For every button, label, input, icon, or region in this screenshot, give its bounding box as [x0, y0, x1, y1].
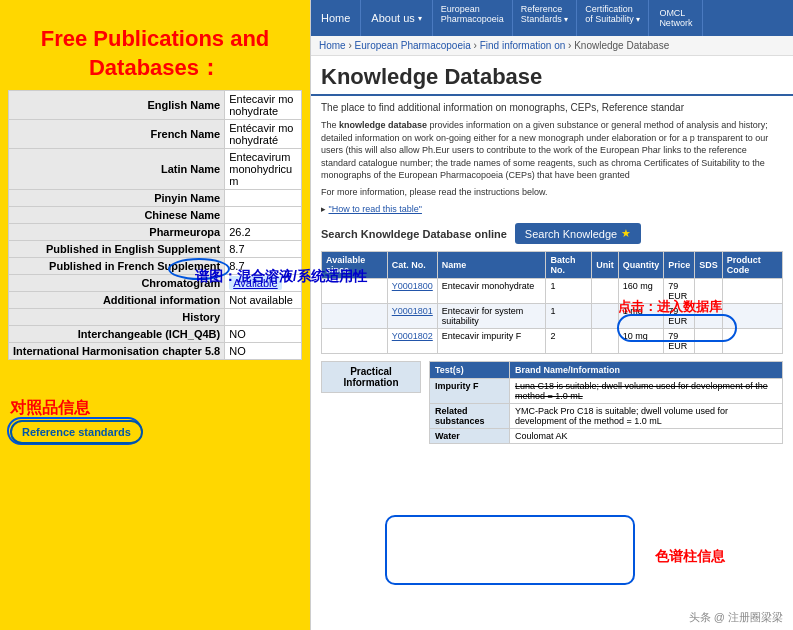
pract-col-brand: Brand Name/Information [510, 362, 783, 379]
table-row-interchangeable: Interchangeable (ICH_Q4B) NO [9, 326, 302, 343]
left-title: Free Publications and Databases： [8, 25, 302, 82]
breadcrumb-euro[interactable]: European Pharmacopoeia [355, 40, 471, 51]
table-row: French Name Entécavir monohydraté [9, 120, 302, 149]
col-unit: Unit [592, 252, 619, 279]
col-batch: Batch No. [546, 252, 592, 279]
desc-intro: The place to find additional information… [321, 101, 783, 115]
cat-link-3[interactable]: Y0001802 [392, 331, 433, 341]
table-row: Y0001802 Entecavir impurity F 2 10 mg 79… [322, 329, 783, 354]
watermark: 头条 @ 注册圈梁梁 [689, 610, 783, 625]
search-section: Search Knowldege Database online Search … [311, 219, 793, 248]
table-row: History [9, 309, 302, 326]
how-to-link[interactable]: ▸ "How to read this table" [321, 203, 783, 216]
desc-detail: The knowledge database provides informat… [321, 119, 783, 182]
col-qty: Quantity [618, 252, 664, 279]
practical-info-section: Practical Information Test(s) Brand Name… [311, 358, 793, 447]
search-db-label: Search Knowldege Database online [321, 228, 507, 240]
nav-reference[interactable]: Reference Standards ▾ [513, 0, 578, 36]
chrom-annotation: 谱图：混合溶液/系统适用性 [195, 268, 367, 286]
pract-row: Related substances YMC-Pack Pro C18 is s… [430, 404, 783, 429]
nav-euro[interactable]: European Pharmacopoeia [433, 0, 513, 36]
table-row: International Harmonisation chapter 5.8 … [9, 343, 302, 360]
info-table: English Name Entecavir monohydrate Frenc… [8, 90, 302, 360]
table-row: Published in English Supplement 8.7 [9, 241, 302, 258]
desc-instructions: For more information, please read the in… [321, 186, 783, 199]
click-enter-db-label: 点击：进入数据库 [618, 298, 722, 316]
pract-col-test: Test(s) [430, 362, 510, 379]
nav-home[interactable]: Home [311, 0, 361, 36]
ref-standards-box[interactable]: Reference standards [10, 420, 143, 444]
left-panel: Free Publications and Databases： English… [0, 0, 310, 630]
practical-table: Test(s) Brand Name/Information Impurity … [429, 361, 783, 444]
col-sds: SDS [695, 252, 723, 279]
table-row: Additional information Not available [9, 292, 302, 309]
nav-omcl[interactable]: OMCLNetwork [649, 0, 703, 36]
nav-about-arrow: ▾ [418, 14, 422, 23]
col-name: Name [437, 252, 546, 279]
cat-link-1[interactable]: Y0001800 [392, 281, 433, 291]
practical-info-label: Practical Information [321, 361, 421, 393]
search-star-icon: ★ [621, 227, 631, 240]
ref-info-label: 对照品信息 [10, 398, 90, 419]
breadcrumb: Home › European Pharmacopoeia › Find inf… [311, 36, 793, 56]
nav-about[interactable]: About us ▾ [361, 0, 432, 36]
pract-row: Water Coulomat AK [430, 429, 783, 444]
breadcrumb-home[interactable]: Home [319, 40, 346, 51]
page-title: Knowledge Database [311, 56, 793, 96]
column-info-label: 色谱柱信息 [655, 548, 725, 566]
cat-link-2[interactable]: Y0001801 [392, 306, 433, 316]
col-prodcode: Product Code [722, 252, 782, 279]
table-row: Pinyin Name [9, 190, 302, 207]
nav-bar: Home About us ▾ European Pharmacopoeia R… [311, 0, 793, 36]
table-row: Latin Name Entecavirum monohydricum [9, 149, 302, 190]
content-area: The place to find additional information… [311, 101, 793, 215]
table-row: English Name Entecavir monohydrate [9, 91, 302, 120]
breadcrumb-current: Knowledge Database [574, 40, 669, 51]
table-row: Pharmeuropa 26.2 [9, 224, 302, 241]
col-price: Price [664, 252, 695, 279]
col-catno: Cat. No. [387, 252, 437, 279]
nav-cert[interactable]: Certification of Suitability ▾ [577, 0, 649, 36]
search-knowledge-button[interactable]: Search Knowledge ★ [515, 223, 641, 244]
table-row: Chinese Name [9, 207, 302, 224]
pract-row: Impurity F Luna C18 is suitable; dwell v… [430, 379, 783, 404]
breadcrumb-find[interactable]: Find information on [480, 40, 566, 51]
